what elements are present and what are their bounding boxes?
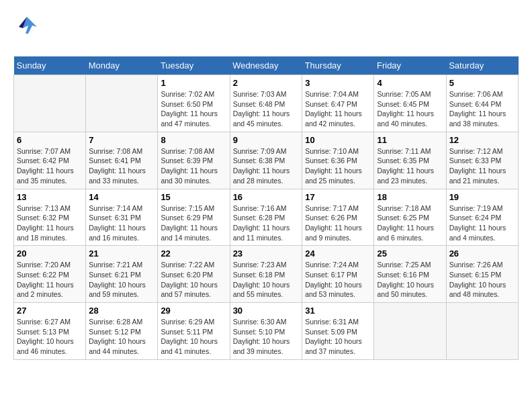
calendar-cell	[86, 75, 158, 132]
day-number: 17	[305, 192, 371, 202]
day-number: 19	[449, 192, 515, 202]
weekday-header-tuesday: Tuesday	[158, 56, 230, 75]
day-number: 14	[89, 192, 154, 202]
day-number: 31	[305, 306, 371, 316]
calendar-cell: 22Sunrise: 7:22 AM Sunset: 6:20 PM Dayli…	[158, 246, 230, 303]
calendar-cell: 20Sunrise: 7:20 AM Sunset: 6:22 PM Dayli…	[14, 246, 86, 303]
calendar-cell: 19Sunrise: 7:19 AM Sunset: 6:24 PM Dayli…	[446, 189, 518, 246]
calendar-cell: 16Sunrise: 7:16 AM Sunset: 6:28 PM Dayli…	[230, 189, 302, 246]
day-number: 22	[161, 248, 226, 259]
day-number: 5	[449, 78, 515, 88]
day-info: Sunrise: 7:09 AM Sunset: 6:38 PM Dayligh…	[233, 146, 300, 186]
calendar-cell: 21Sunrise: 7:21 AM Sunset: 6:21 PM Dayli…	[86, 246, 158, 303]
day-info: Sunrise: 7:20 AM Sunset: 6:22 PM Dayligh…	[17, 260, 83, 300]
calendar-week-3: 13Sunrise: 7:13 AM Sunset: 6:32 PM Dayli…	[14, 189, 519, 246]
calendar-table: SundayMondayTuesdayWednesdayThursdayFrid…	[13, 56, 519, 360]
day-number: 3	[305, 78, 371, 88]
day-info: Sunrise: 7:04 AM Sunset: 6:47 PM Dayligh…	[305, 89, 371, 129]
day-info: Sunrise: 7:19 AM Sunset: 6:24 PM Dayligh…	[449, 203, 515, 243]
day-info: Sunrise: 7:14 AM Sunset: 6:31 PM Dayligh…	[89, 203, 154, 243]
day-number: 12	[449, 135, 515, 145]
calendar-cell	[14, 75, 86, 132]
day-info: Sunrise: 6:28 AM Sunset: 5:12 PM Dayligh…	[89, 317, 154, 357]
calendar-week-2: 6Sunrise: 7:07 AM Sunset: 6:42 PM Daylig…	[14, 132, 519, 189]
day-info: Sunrise: 6:30 AM Sunset: 5:10 PM Dayligh…	[233, 317, 300, 357]
day-number: 18	[377, 192, 443, 202]
day-info: Sunrise: 7:02 AM Sunset: 6:50 PM Dayligh…	[161, 89, 226, 129]
day-info: Sunrise: 7:17 AM Sunset: 6:26 PM Dayligh…	[305, 203, 371, 243]
weekday-header-sunday: Sunday	[14, 56, 86, 75]
calendar-cell: 29Sunrise: 6:29 AM Sunset: 5:11 PM Dayli…	[158, 303, 230, 360]
day-number: 13	[17, 192, 83, 202]
logo	[13, 13, 43, 43]
calendar-cell: 26Sunrise: 7:26 AM Sunset: 6:15 PM Dayli…	[446, 246, 518, 303]
day-number: 30	[233, 306, 300, 316]
day-number: 27	[17, 306, 83, 316]
calendar-cell	[446, 303, 518, 360]
day-info: Sunrise: 7:16 AM Sunset: 6:28 PM Dayligh…	[233, 203, 300, 243]
calendar-cell: 3Sunrise: 7:04 AM Sunset: 6:47 PM Daylig…	[302, 75, 374, 132]
calendar-week-5: 27Sunrise: 6:27 AM Sunset: 5:13 PM Dayli…	[14, 303, 519, 360]
calendar-cell: 14Sunrise: 7:14 AM Sunset: 6:31 PM Dayli…	[86, 189, 158, 246]
day-number: 24	[305, 248, 371, 259]
day-info: Sunrise: 6:27 AM Sunset: 5:13 PM Dayligh…	[17, 317, 83, 357]
calendar-cell: 30Sunrise: 6:30 AM Sunset: 5:10 PM Dayli…	[230, 303, 302, 360]
calendar-cell: 8Sunrise: 7:08 AM Sunset: 6:39 PM Daylig…	[158, 132, 230, 189]
calendar-cell: 4Sunrise: 7:05 AM Sunset: 6:45 PM Daylig…	[374, 75, 446, 132]
calendar-cell: 1Sunrise: 7:02 AM Sunset: 6:50 PM Daylig…	[158, 75, 230, 132]
logo-bird-icon	[13, 13, 40, 43]
day-number: 9	[233, 135, 300, 145]
calendar-cell: 25Sunrise: 7:25 AM Sunset: 6:16 PM Dayli…	[374, 246, 446, 303]
calendar-cell: 17Sunrise: 7:17 AM Sunset: 6:26 PM Dayli…	[302, 189, 374, 246]
page-header	[13, 13, 519, 43]
day-info: Sunrise: 7:18 AM Sunset: 6:25 PM Dayligh…	[377, 203, 443, 243]
calendar-cell: 28Sunrise: 6:28 AM Sunset: 5:12 PM Dayli…	[86, 303, 158, 360]
day-number: 29	[161, 306, 226, 316]
day-info: Sunrise: 7:03 AM Sunset: 6:48 PM Dayligh…	[233, 89, 300, 129]
day-number: 26	[449, 248, 515, 259]
day-number: 7	[89, 135, 154, 145]
calendar-cell: 10Sunrise: 7:10 AM Sunset: 6:36 PM Dayli…	[302, 132, 374, 189]
day-number: 8	[161, 135, 226, 145]
calendar-cell: 31Sunrise: 6:31 AM Sunset: 5:09 PM Dayli…	[302, 303, 374, 360]
day-info: Sunrise: 7:25 AM Sunset: 6:16 PM Dayligh…	[377, 260, 443, 300]
weekday-header-saturday: Saturday	[446, 56, 518, 75]
day-number: 25	[377, 248, 443, 259]
day-info: Sunrise: 7:07 AM Sunset: 6:42 PM Dayligh…	[17, 146, 83, 186]
calendar-cell: 27Sunrise: 6:27 AM Sunset: 5:13 PM Dayli…	[14, 303, 86, 360]
calendar-cell: 13Sunrise: 7:13 AM Sunset: 6:32 PM Dayli…	[14, 189, 86, 246]
day-number: 11	[377, 135, 443, 145]
day-number: 6	[17, 135, 83, 145]
calendar-cell: 7Sunrise: 7:08 AM Sunset: 6:41 PM Daylig…	[86, 132, 158, 189]
calendar-cell: 9Sunrise: 7:09 AM Sunset: 6:38 PM Daylig…	[230, 132, 302, 189]
weekday-header-monday: Monday	[86, 56, 158, 75]
calendar-cell: 11Sunrise: 7:11 AM Sunset: 6:35 PM Dayli…	[374, 132, 446, 189]
day-info: Sunrise: 7:05 AM Sunset: 6:45 PM Dayligh…	[377, 89, 443, 129]
weekday-header-row: SundayMondayTuesdayWednesdayThursdayFrid…	[14, 56, 519, 75]
day-info: Sunrise: 7:23 AM Sunset: 6:18 PM Dayligh…	[233, 260, 300, 300]
day-number: 2	[233, 78, 300, 88]
day-info: Sunrise: 7:08 AM Sunset: 6:39 PM Dayligh…	[161, 146, 226, 186]
day-info: Sunrise: 7:26 AM Sunset: 6:15 PM Dayligh…	[449, 260, 515, 300]
day-info: Sunrise: 7:22 AM Sunset: 6:20 PM Dayligh…	[161, 260, 226, 300]
day-number: 16	[233, 192, 300, 202]
day-info: Sunrise: 7:06 AM Sunset: 6:44 PM Dayligh…	[449, 89, 515, 129]
day-number: 23	[233, 248, 300, 259]
day-info: Sunrise: 7:15 AM Sunset: 6:29 PM Dayligh…	[161, 203, 226, 243]
day-number: 1	[161, 78, 226, 88]
day-info: Sunrise: 7:10 AM Sunset: 6:36 PM Dayligh…	[305, 146, 371, 186]
day-number: 28	[89, 306, 154, 316]
calendar-week-4: 20Sunrise: 7:20 AM Sunset: 6:22 PM Dayli…	[14, 246, 519, 303]
day-info: Sunrise: 7:11 AM Sunset: 6:35 PM Dayligh…	[377, 146, 443, 186]
day-number: 15	[161, 192, 226, 202]
day-info: Sunrise: 7:21 AM Sunset: 6:21 PM Dayligh…	[89, 260, 154, 300]
calendar-cell: 24Sunrise: 7:24 AM Sunset: 6:17 PM Dayli…	[302, 246, 374, 303]
day-number: 10	[305, 135, 371, 145]
calendar-cell: 12Sunrise: 7:12 AM Sunset: 6:33 PM Dayli…	[446, 132, 518, 189]
calendar-cell: 6Sunrise: 7:07 AM Sunset: 6:42 PM Daylig…	[14, 132, 86, 189]
day-number: 4	[377, 78, 443, 88]
day-info: Sunrise: 7:12 AM Sunset: 6:33 PM Dayligh…	[449, 146, 515, 186]
calendar-cell: 23Sunrise: 7:23 AM Sunset: 6:18 PM Dayli…	[230, 246, 302, 303]
day-number: 20	[17, 248, 83, 259]
day-info: Sunrise: 6:31 AM Sunset: 5:09 PM Dayligh…	[305, 317, 371, 357]
